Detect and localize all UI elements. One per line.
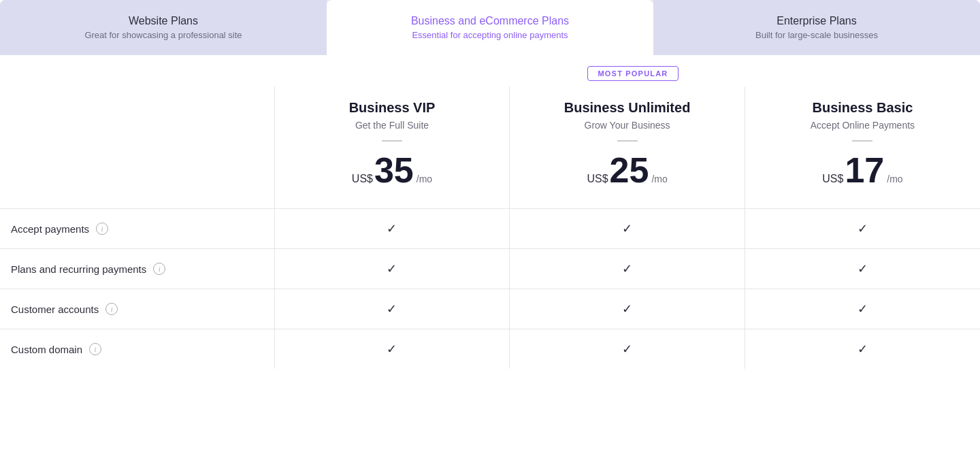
tab-business-subtitle: Essential for accepting online payments <box>340 30 640 40</box>
feature-vip-plans-recurring: ✓ <box>274 249 510 289</box>
plan-header-row: Business VIP Get the Full Suite US$ 35 /… <box>0 86 980 209</box>
checkmark-unlimited-customer-accounts: ✓ <box>622 302 632 316</box>
most-popular-banner: MOST POPULAR <box>0 55 980 86</box>
tab-website[interactable]: Website Plans Great for showcasing a pro… <box>0 0 327 55</box>
checkmark-vip-customer-accounts: ✓ <box>387 302 397 316</box>
feature-basic-plans-recurring: ✓ <box>745 249 980 289</box>
plan-unlimited-divider <box>617 140 638 142</box>
plan-vip-header: Business VIP Get the Full Suite US$ 35 /… <box>274 86 510 209</box>
plan-vip-price: US$ 35 /mo <box>286 152 499 188</box>
plan-unlimited-price: US$ 25 /mo <box>521 152 734 188</box>
feature-name-cell-plans-recurring: Plans and recurring payments i <box>0 249 274 289</box>
checkmark-basic-accept-payments: ✓ <box>858 222 868 235</box>
feature-basic-accept-payments: ✓ <box>745 209 980 249</box>
most-popular-badge: MOST POPULAR <box>587 66 678 81</box>
feature-row-accept-payments: Accept payments i ✓ ✓ ✓ <box>0 209 980 249</box>
checkmark-basic-plans-recurring: ✓ <box>858 262 868 276</box>
plan-vip-currency: US$ <box>352 173 373 185</box>
feature-basic-customer-accounts: ✓ <box>745 289 980 329</box>
feature-vip-accept-payments: ✓ <box>274 209 510 249</box>
tab-enterprise[interactable]: Enterprise Plans Built for large-scale b… <box>653 0 980 55</box>
plan-basic-header: Business Basic Accept Online Payments US… <box>745 86 980 209</box>
feature-name-cell-custom-domain: Custom domain i <box>0 329 274 370</box>
info-icon-plans-recurring[interactable]: i <box>153 263 165 275</box>
comparison-section: MOST POPULAR Business VIP Get the Full S… <box>0 55 980 369</box>
plan-vip-divider <box>382 140 402 142</box>
feature-unlimited-customer-accounts: ✓ <box>510 289 745 329</box>
tab-website-title: Website Plans <box>14 15 313 27</box>
feature-label-customer-accounts: Customer accounts <box>11 304 99 315</box>
feature-row-custom-domain: Custom domain i ✓ ✓ ✓ <box>0 329 980 370</box>
info-icon-accept-payments[interactable]: i <box>96 223 108 235</box>
plan-tabs: Website Plans Great for showcasing a pro… <box>0 0 980 55</box>
checkmark-vip-custom-domain: ✓ <box>387 342 397 356</box>
feature-unlimited-accept-payments: ✓ <box>510 209 745 249</box>
checkmark-basic-customer-accounts: ✓ <box>858 302 868 316</box>
feature-row-customer-accounts: Customer accounts i ✓ ✓ ✓ <box>0 289 980 329</box>
tab-business[interactable]: Business and eCommerce Plans Essential f… <box>327 0 653 55</box>
plan-vip-amount: 35 <box>374 152 414 188</box>
checkmark-basic-custom-domain: ✓ <box>858 342 868 356</box>
tab-business-title: Business and eCommerce Plans <box>340 15 640 27</box>
plan-unlimited-currency: US$ <box>587 173 608 185</box>
plan-basic-amount: 17 <box>845 152 884 188</box>
tab-enterprise-title: Enterprise Plans <box>667 15 966 27</box>
checkmark-unlimited-plans-recurring: ✓ <box>622 262 632 276</box>
plan-basic-price: US$ 17 /mo <box>756 152 969 188</box>
info-icon-custom-domain[interactable]: i <box>89 343 101 355</box>
info-icon-customer-accounts[interactable]: i <box>105 303 118 315</box>
feature-vip-custom-domain: ✓ <box>274 329 510 370</box>
plan-vip-name: Business VIP <box>286 100 499 116</box>
feature-name-cell-accept-payments: Accept payments i <box>0 209 274 249</box>
plan-basic-divider <box>852 140 872 142</box>
plan-basic-currency: US$ <box>822 173 843 185</box>
feature-label-accept-payments: Accept payments <box>11 223 89 235</box>
tab-website-subtitle: Great for showcasing a professional site <box>14 30 313 40</box>
feature-label-custom-domain: Custom domain <box>11 344 82 355</box>
plan-basic-period: /mo <box>887 174 902 184</box>
feature-name-cell-customer-accounts: Customer accounts i <box>0 289 274 329</box>
feature-vip-customer-accounts: ✓ <box>274 289 510 329</box>
feature-label-plans-recurring: Plans and recurring payments <box>11 263 146 275</box>
feature-unlimited-plans-recurring: ✓ <box>510 249 745 289</box>
checkmark-vip-plans-recurring: ✓ <box>387 262 397 276</box>
checkmark-unlimited-accept-payments: ✓ <box>622 222 632 235</box>
plan-basic-name: Business Basic <box>756 100 969 116</box>
plan-unlimited-period: /mo <box>651 174 667 184</box>
plan-vip-tagline: Get the Full Suite <box>286 120 499 131</box>
plan-unlimited-amount: 25 <box>610 152 649 188</box>
plan-basic-tagline: Accept Online Payments <box>756 120 969 131</box>
header-empty-cell <box>0 86 274 209</box>
tab-enterprise-subtitle: Built for large-scale businesses <box>667 30 966 40</box>
plan-unlimited-name: Business Unlimited <box>521 100 734 116</box>
plan-unlimited-tagline: Grow Your Business <box>521 120 734 131</box>
feature-row-plans-recurring: Plans and recurring payments i ✓ ✓ ✓ <box>0 249 980 289</box>
plan-unlimited-header: Business Unlimited Grow Your Business US… <box>510 86 745 209</box>
feature-unlimited-custom-domain: ✓ <box>510 329 745 370</box>
checkmark-unlimited-custom-domain: ✓ <box>622 342 632 356</box>
feature-basic-custom-domain: ✓ <box>745 329 980 370</box>
comparison-table: Business VIP Get the Full Suite US$ 35 /… <box>0 86 980 369</box>
plan-vip-period: /mo <box>416 174 432 184</box>
checkmark-vip-accept-payments: ✓ <box>387 222 397 235</box>
